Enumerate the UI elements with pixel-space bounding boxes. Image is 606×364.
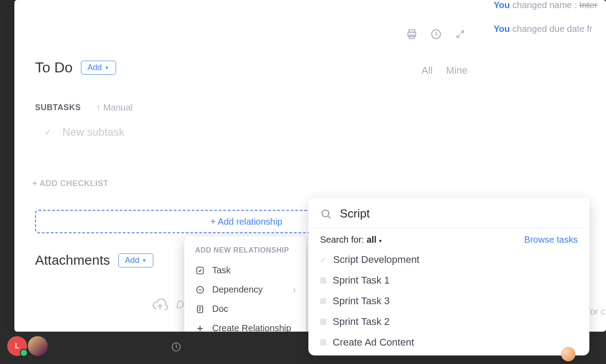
arrow-up-icon: ↑ (96, 102, 101, 113)
status-square-icon (320, 277, 326, 284)
cloud-upload-icon (152, 297, 168, 313)
activity-text: changed name : (512, 0, 577, 10)
add-relationship-label: + Add relationship (210, 217, 282, 227)
activity-actor: You (494, 24, 510, 34)
search-icon (320, 208, 332, 220)
search-result-item[interactable]: ✓ Script Development (308, 249, 589, 270)
util-icons (405, 28, 467, 40)
search-for-label: Search for: (320, 235, 364, 244)
task-check-icon (195, 266, 205, 275)
check-icon: ✓ (320, 255, 327, 265)
user-avatar[interactable]: L (7, 336, 27, 356)
clock-icon[interactable] (171, 342, 182, 352)
search-result-label: Create Ad Content (333, 337, 414, 348)
assignee-avatar[interactable] (561, 347, 575, 361)
attachments-add-button[interactable]: Add ▼ (118, 253, 153, 267)
search-result-item[interactable]: Create Ad Content (308, 332, 589, 353)
relationship-menu-header: ADD NEW RELATIONSHIP (191, 244, 299, 261)
add-checklist-button[interactable]: + ADD CHECKLIST (32, 179, 108, 188)
subtasks-header: SUBTASKS ↑ Manual (35, 102, 133, 113)
new-subtask-placeholder: New subtask (62, 126, 124, 138)
activity-feed: You changed name : Inter You changed due… (494, 0, 606, 48)
status-add-label: Add (88, 63, 102, 72)
search-result-item[interactable]: Sprint Task 3 (308, 291, 589, 311)
rel-menu-task[interactable]: Task (191, 261, 299, 280)
expand-icon[interactable] (454, 28, 467, 40)
attachments-add-label: Add (125, 256, 139, 265)
filter-all-tab[interactable]: All (422, 65, 432, 76)
subtasks-label: SUBTASKS (35, 103, 81, 112)
attachments-dropzone[interactable]: Dr (152, 297, 187, 313)
filter-mine-tab[interactable]: Mine (446, 65, 468, 76)
left-rail (0, 0, 14, 364)
search-input[interactable] (340, 207, 578, 221)
svg-rect-4 (197, 267, 204, 274)
search-result-item[interactable]: Sprint Task 2 (308, 311, 589, 332)
search-result-label: Sprint Task 1 (333, 275, 390, 286)
search-row (308, 198, 589, 228)
chevron-down-icon: ▼ (142, 258, 147, 263)
search-result-label: Script Development (333, 254, 419, 266)
history-icon[interactable] (430, 28, 442, 40)
status-add-button[interactable]: Add ▼ (81, 61, 116, 75)
relationship-menu: ADD NEW RELATIONSHIP Task Dependency › D… (184, 236, 306, 344)
svg-point-7 (322, 210, 329, 217)
chevron-down-icon: ▼ (105, 65, 109, 70)
avatar-initial: L (15, 342, 19, 350)
search-result-label: Sprint Task 2 (333, 316, 390, 328)
rel-menu-label: Dependency (212, 284, 263, 295)
status-row: To Do Add ▼ (35, 59, 116, 76)
subtasks-sort-button[interactable]: ↑ Manual (96, 102, 133, 113)
truncated-right-text: for c (588, 306, 605, 317)
search-scope-button[interactable]: Search for: all ▾ (320, 235, 382, 245)
rel-menu-label: Doc (212, 304, 228, 314)
rel-menu-dependency[interactable]: Dependency › (191, 280, 299, 299)
status-square-icon (320, 319, 326, 325)
activity-strike: Inter (579, 0, 597, 10)
chevron-right-icon: › (293, 284, 296, 295)
search-result-item[interactable]: Sprint Task 1 (308, 270, 589, 291)
search-result-label: Sprint Task 3 (333, 295, 390, 307)
chevron-down-icon: ▾ (379, 238, 382, 244)
doc-icon (195, 304, 205, 314)
search-scope-value: all (366, 235, 376, 244)
subtasks-sort-label: Manual (103, 102, 133, 113)
search-meta-row: Search for: all ▾ Browse tasks (308, 228, 589, 249)
status-square-icon (320, 339, 326, 346)
activity-text: changed due date fr (512, 24, 593, 34)
status-square-icon (320, 298, 326, 304)
activity-line: You changed name : Inter (494, 0, 606, 10)
new-subtask-row[interactable]: ✓ New subtask (44, 126, 124, 138)
task-search-panel: Search for: all ▾ Browse tasks ✓ Script … (308, 198, 589, 355)
rel-menu-label: Task (212, 265, 231, 275)
activity-line: You changed due date fr (494, 24, 606, 34)
attachments-header: Attachments Add ▼ (35, 253, 153, 268)
rel-menu-doc[interactable]: Doc (191, 299, 299, 319)
print-icon[interactable] (405, 28, 418, 40)
dependency-icon (195, 285, 205, 295)
attachments-title: Attachments (35, 253, 110, 268)
activity-actor: You (494, 0, 510, 10)
check-icon: ✓ (44, 127, 52, 138)
status-title: To Do (35, 59, 73, 76)
browse-tasks-link[interactable]: Browse tasks (524, 235, 578, 245)
user-avatar-2[interactable] (28, 336, 48, 356)
activity-filter-tabs: All Mine (422, 65, 468, 76)
